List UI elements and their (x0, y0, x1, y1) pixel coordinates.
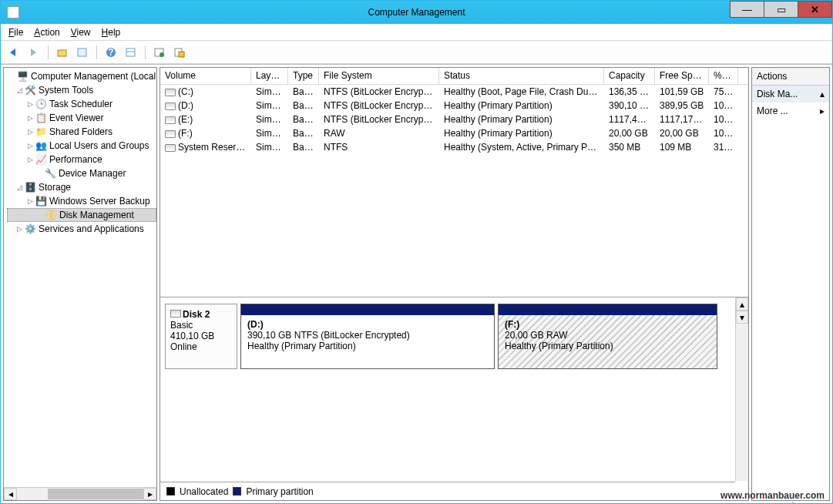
partition-box[interactable]: (D:)390,10 GB NTFS (BitLocker Encrypted)… (240, 304, 495, 369)
properties-button[interactable] (74, 44, 91, 61)
col-status[interactable]: Status (439, 68, 604, 84)
col-layout[interactable]: Layout (251, 68, 288, 84)
tree-task-scheduler[interactable]: ▷🕒Task Scheduler (7, 97, 156, 111)
partition-status: Healthy (Primary Partition) (247, 341, 356, 351)
disk-graphical-view: Disk 2 Basic 410,10 GB Online (D:)390,10… (160, 297, 748, 500)
disk-vertical-scrollbar[interactable]: ▴ ▾ (735, 297, 748, 481)
col-free-space[interactable]: Free Space (655, 68, 709, 84)
backup-icon: 💾 (35, 195, 47, 207)
legend-unallocated-swatch (166, 487, 175, 496)
disk-state: Online (170, 341, 197, 352)
partition-box[interactable]: (F:)20,00 GB RAWHealthy (Primary Partiti… (498, 304, 717, 369)
tree-system-tools[interactable]: ◿🛠️System Tools (7, 83, 156, 97)
app-icon (7, 6, 19, 18)
minimize-button[interactable]: — (730, 1, 764, 18)
tree-label: Task Scheduler (49, 99, 113, 109)
actions-more[interactable]: More ... ▸ (752, 102, 829, 119)
scroll-down-icon[interactable]: ▾ (736, 311, 748, 324)
tree-label: Local Users and Groups (49, 140, 149, 151)
volume-row[interactable]: (E:)SimpleBasicNTFS (BitLocker Encrypted… (160, 113, 748, 126)
volume-list: Volume Layout Type File System Status Ca… (160, 68, 748, 297)
forward-button[interactable] (25, 44, 42, 61)
tree-label: Event Viewer (49, 113, 103, 123)
help-button[interactable]: ? (102, 44, 119, 61)
up-button[interactable] (54, 44, 71, 61)
col-capacity[interactable]: Capacity (604, 68, 655, 84)
legend-bar: Unallocated Primary partition (160, 482, 735, 500)
tree-windows-server-backup[interactable]: ▷💾Windows Server Backup (7, 194, 156, 208)
settings-button[interactable] (171, 44, 188, 61)
tree-horizontal-scrollbar[interactable]: ◂ ▸ (4, 487, 156, 500)
window-title: Computer Management (368, 7, 465, 18)
tree-shared-folders[interactable]: ▷📁Shared Folders (7, 125, 156, 139)
partition-size: 20,00 GB RAW (505, 330, 568, 341)
tree-label: Windows Server Backup (49, 196, 150, 207)
disk-drive-icon (170, 310, 181, 318)
menu-action[interactable]: Action (34, 27, 59, 38)
clock-icon: 🕒 (35, 98, 47, 110)
tree-root[interactable]: 🖥️Computer Management (Local (7, 69, 156, 83)
tree-performance[interactable]: ▷📈Performance (7, 153, 156, 166)
disk-row[interactable]: Disk 2 Basic 410,10 GB Online (D:)390,10… (165, 304, 733, 369)
tools-icon: 🛠️ (24, 84, 36, 96)
title-bar: Computer Management — ▭ ✕ (1, 1, 832, 24)
maximize-button[interactable]: ▭ (764, 1, 798, 18)
tree-services-apps[interactable]: ▷⚙️Services and Applications (7, 222, 156, 236)
tree-label: Storage (39, 182, 71, 193)
svg-marker-1 (31, 49, 36, 56)
partition-label: (F:) (505, 319, 519, 330)
legend-primary-swatch (233, 487, 241, 496)
view-list-button[interactable] (123, 44, 139, 61)
volume-row[interactable]: (F:)SimpleBasicRAWHealthy (Primary Parti… (160, 126, 748, 140)
menu-file[interactable]: File (8, 27, 23, 38)
tree-disk-management[interactable]: 📀Disk Management (7, 208, 156, 222)
tree-device-manager[interactable]: 🔧Device Manager (7, 166, 156, 180)
actions-disk-management[interactable]: Disk Ma... ▴ (752, 86, 829, 102)
back-button[interactable] (5, 44, 22, 61)
navigation-tree-pane: 🖥️Computer Management (Local ◿🛠️System T… (3, 67, 157, 501)
partition-status: Healthy (Primary Partition) (505, 341, 613, 351)
drive-icon (165, 89, 176, 96)
disk-info-box[interactable]: Disk 2 Basic 410,10 GB Online (165, 304, 237, 369)
volume-row[interactable]: System ReservedSimpleBasicNTFSHealthy (S… (160, 140, 748, 154)
chevron-right-icon: ▸ (820, 106, 825, 116)
col-percent-free[interactable]: % Free (709, 68, 738, 84)
refresh-button[interactable] (151, 44, 168, 61)
legend-primary-label: Primary partition (246, 486, 313, 497)
tree-label: Performance (49, 154, 102, 165)
col-volume[interactable]: Volume (160, 68, 251, 84)
col-filesystem[interactable]: File System (319, 68, 439, 84)
device-icon: 🔧 (44, 167, 56, 180)
partition-size: 390,10 GB NTFS (BitLocker Encrypted) (247, 330, 410, 341)
scroll-left-icon[interactable]: ◂ (4, 488, 17, 500)
disk-size: 410,10 GB (170, 331, 214, 341)
toolbar: ? (1, 41, 832, 64)
col-type[interactable]: Type (288, 68, 319, 84)
partition-color-bar (241, 304, 494, 315)
svg-rect-3 (78, 49, 86, 56)
tree-event-viewer[interactable]: ▷📋Event Viewer (7, 111, 156, 125)
volume-row[interactable]: (D:)SimpleBasicNTFS (BitLocker Encrypted… (160, 99, 748, 113)
disk-icon: 📀 (45, 209, 57, 221)
actions-pane: Actions Disk Ma... ▴ More ... ▸ (751, 67, 830, 501)
svg-text:?: ? (108, 47, 113, 58)
menu-view[interactable]: View (71, 27, 91, 38)
scroll-up-icon[interactable]: ▴ (736, 297, 748, 311)
tree-storage[interactable]: ◿🗄️Storage (7, 180, 156, 194)
menu-bar: File Action View Help (1, 24, 832, 41)
drive-icon (165, 102, 176, 110)
drive-icon (165, 144, 176, 152)
perf-icon: 📈 (35, 153, 47, 166)
svg-marker-0 (10, 49, 15, 56)
tree-root-label: Computer Management (Local (31, 71, 156, 82)
tree-local-users[interactable]: ▷👥Local Users and Groups (7, 139, 156, 153)
tree-label: Services and Applications (39, 223, 144, 234)
legend-unallocated-label: Unallocated (180, 486, 228, 497)
volume-row[interactable]: (C:)SimpleBasicNTFS (BitLocker Encrypted… (160, 85, 748, 99)
drive-icon (165, 130, 176, 138)
folder-icon: 📁 (35, 126, 47, 138)
menu-help[interactable]: Help (102, 27, 121, 38)
close-button[interactable]: ✕ (798, 1, 832, 18)
scroll-right-icon[interactable]: ▸ (143, 488, 156, 500)
svg-point-9 (160, 52, 164, 57)
